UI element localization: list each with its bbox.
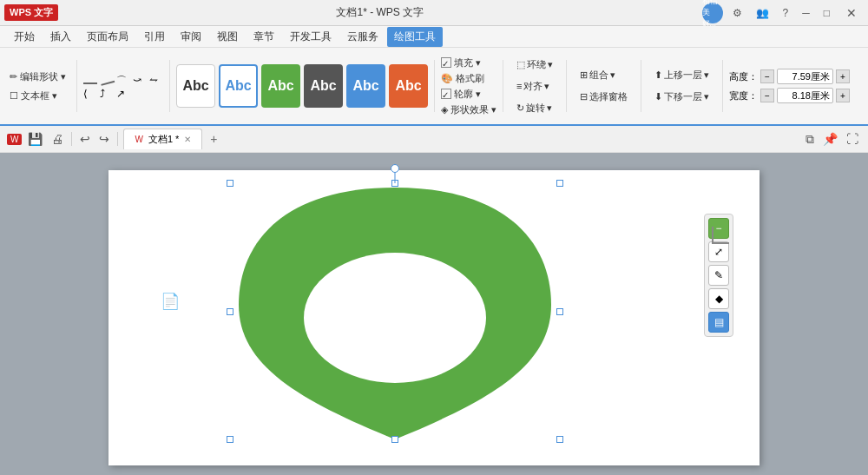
- menu-cloud[interactable]: 云服务: [340, 27, 385, 47]
- rotate-arrow: ▾: [547, 102, 552, 114]
- menu-insert[interactable]: 插入: [43, 27, 78, 47]
- toolbar-row-main: ✏ 编辑形状 ▾ ☐ 文本框 ▾ ⌒ ⤻ ⥊: [5, 51, 863, 121]
- fullscreen-btn[interactable]: ⛶: [844, 131, 861, 147]
- fill-section: 填充 ▾ 🎨 格式刷 轮廓 ▾ ◈ 形状效果 ▾: [441, 56, 496, 116]
- outline-label: 轮廓: [454, 88, 473, 101]
- line-tool-1[interactable]: [83, 74, 97, 84]
- line-tool-4[interactable]: ⤻: [133, 74, 147, 84]
- rotate-icon: ↻: [516, 102, 524, 114]
- abc-btn-white[interactable]: Abc: [176, 64, 215, 108]
- rotation-handle[interactable]: [391, 164, 399, 173]
- height-plus-btn[interactable]: +: [836, 69, 850, 83]
- save-icon[interactable]: 💾: [25, 131, 45, 147]
- svg-point-0: [304, 253, 486, 383]
- width-row: 宽度： − +: [729, 88, 850, 103]
- handle-top-left[interactable]: [227, 180, 233, 187]
- down-layer-btn[interactable]: ⬇ 下移一层 ▾: [648, 88, 716, 106]
- float-toolbar: − ⤢ ✎ ◆ ▤: [704, 214, 733, 337]
- handle-bottom-center[interactable]: [391, 436, 398, 443]
- close-btn[interactable]: ✕: [839, 4, 864, 22]
- user-avatar[interactable]: 相信美好...: [702, 3, 723, 23]
- menu-dev-tools[interactable]: 开发工具: [283, 27, 339, 47]
- float-style-btn[interactable]: ◆: [708, 288, 729, 309]
- line-tool-7[interactable]: ⤴: [100, 88, 114, 98]
- print-icon[interactable]: 🖨: [49, 131, 66, 147]
- line-tool-3[interactable]: ⌒: [116, 74, 130, 84]
- textbox-btn[interactable]: ☐ 文本框 ▾: [5, 88, 70, 104]
- minimize-btn[interactable]: ─: [798, 5, 814, 21]
- up-layer-btn[interactable]: ⬆ 上移一层 ▾: [648, 66, 716, 84]
- menu-reference[interactable]: 引用: [137, 27, 172, 47]
- float-layout-btn[interactable]: ▤: [708, 312, 729, 333]
- tab-label: 文档1 *: [148, 133, 179, 146]
- textbox-arrow: ▾: [52, 90, 57, 102]
- align-btn[interactable]: ≡ 对齐 ▾: [510, 77, 560, 96]
- width-minus-btn[interactable]: −: [760, 89, 774, 102]
- abc-btn-white-outline[interactable]: Abc: [219, 64, 258, 108]
- menu-page-layout[interactable]: 页面布局: [80, 27, 135, 47]
- line-tool-5[interactable]: ⥊: [149, 74, 163, 84]
- handle-bottom-right[interactable]: [556, 436, 563, 443]
- line-tool-2[interactable]: [99, 72, 115, 86]
- height-minus-btn[interactable]: −: [760, 69, 774, 83]
- width-input[interactable]: [777, 88, 833, 103]
- wps-icon[interactable]: W: [7, 134, 22, 145]
- tab-close-btn[interactable]: ✕: [184, 135, 191, 144]
- group-btn[interactable]: ⊞ 组合 ▾: [573, 66, 635, 84]
- float-edit-btn[interactable]: ✎: [708, 265, 729, 286]
- fill-btn[interactable]: 填充 ▾: [441, 56, 496, 69]
- menu-draw-tools[interactable]: 绘图工具: [387, 27, 443, 47]
- outline-btn[interactable]: 轮廓 ▾: [441, 88, 496, 101]
- maximize-btn[interactable]: □: [819, 5, 834, 21]
- title-bar-center: 文档1* - WPS 文字: [58, 5, 701, 20]
- handle-bottom-left[interactable]: [227, 436, 233, 443]
- style-btn[interactable]: 🎨 格式刷: [441, 72, 496, 85]
- fill-label: 填充: [454, 56, 473, 69]
- shape-section: ✏ 编辑形状 ▾ ☐ 文本框 ▾: [5, 69, 70, 104]
- menu-review[interactable]: 审阅: [174, 27, 208, 47]
- menu-chapter[interactable]: 章节: [247, 27, 281, 47]
- float-resize-btn[interactable]: ⤢: [708, 241, 729, 262]
- style-label: 格式刷: [456, 72, 484, 85]
- qa-sep2: [117, 132, 118, 146]
- menu-bar: 开始 插入 页面布局 引用 审阅 视图 章节 开发工具 云服务 绘图工具: [0, 26, 868, 48]
- shape-effect-btn[interactable]: ◈ 形状效果 ▾: [441, 103, 496, 116]
- add-tab-btn[interactable]: +: [205, 130, 222, 148]
- select-grid-label: 选择窗格: [589, 90, 628, 103]
- height-input[interactable]: [777, 69, 833, 84]
- rotate-btn[interactable]: ↻ 旋转 ▾: [510, 99, 560, 117]
- abc-btn-orange[interactable]: Abc: [389, 64, 428, 108]
- wrap-btn[interactable]: ⬚ 环绕 ▾: [510, 56, 560, 74]
- handle-mid-left[interactable]: [227, 308, 233, 315]
- help-btn[interactable]: ?: [779, 5, 793, 21]
- sep3: [434, 60, 435, 112]
- settings-btn[interactable]: ⚙: [728, 5, 746, 21]
- doc-tab[interactable]: W 文档1 * ✕: [123, 129, 202, 149]
- align-label: 对齐: [523, 80, 542, 93]
- line-tool-8[interactable]: ↗: [116, 88, 130, 98]
- redo-btn[interactable]: ↪: [96, 131, 112, 147]
- select-grid-btn[interactable]: ⊟ 选择窗格: [573, 88, 635, 106]
- width-label: 宽度：: [729, 89, 758, 102]
- line-tool-6[interactable]: ⟨: [83, 88, 97, 98]
- sep2: [169, 60, 170, 112]
- edit-shape-btn[interactable]: ✏ 编辑形状 ▾: [5, 69, 70, 85]
- menu-start[interactable]: 开始: [7, 27, 42, 47]
- community-btn[interactable]: 👥: [752, 5, 773, 21]
- edit-shape-label: 编辑形状: [20, 70, 58, 83]
- restore-btn[interactable]: ⧉: [803, 131, 817, 148]
- menu-view[interactable]: 视图: [210, 27, 245, 47]
- shape-selection-container[interactable]: [230, 183, 560, 439]
- pin-btn[interactable]: 📌: [820, 131, 840, 147]
- sep4: [503, 60, 503, 112]
- width-plus-btn[interactable]: +: [836, 89, 850, 102]
- abc-btn-green[interactable]: Abc: [261, 64, 300, 108]
- handle-mid-right[interactable]: [556, 308, 563, 315]
- abc-btn-blue[interactable]: Abc: [346, 64, 385, 108]
- handle-top-right[interactable]: [556, 180, 563, 187]
- title-bar: WPS 文字 文档1* - WPS 文字 相信美好... ⚙ 👥 ? ─ □ ✕: [0, 0, 868, 26]
- wps-logo[interactable]: WPS 文字: [4, 4, 58, 21]
- abc-btn-dark[interactable]: Abc: [304, 64, 343, 108]
- line-tools-row1: ⌒ ⤻ ⥊: [83, 74, 163, 84]
- undo-btn[interactable]: ↩: [77, 131, 93, 147]
